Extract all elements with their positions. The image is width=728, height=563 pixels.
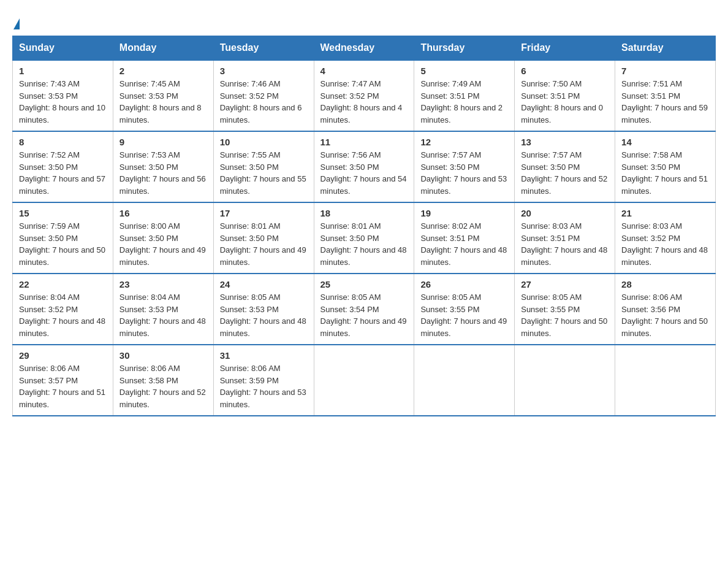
- calendar-cell: 16 Sunrise: 8:00 AM Sunset: 3:50 PM Dayl…: [113, 202, 213, 274]
- day-info: Sunrise: 8:05 AM Sunset: 3:55 PM Dayligh…: [420, 291, 508, 339]
- calendar-cell: 5 Sunrise: 7:49 AM Sunset: 3:51 PM Dayli…: [414, 60, 515, 131]
- day-info: Sunrise: 8:05 AM Sunset: 3:53 PM Dayligh…: [220, 291, 308, 339]
- day-number: 13: [521, 137, 609, 147]
- calendar-cell: 2 Sunrise: 7:45 AM Sunset: 3:53 PM Dayli…: [113, 60, 213, 131]
- calendar-week-row: 8 Sunrise: 7:52 AM Sunset: 3:50 PM Dayli…: [13, 131, 716, 202]
- day-number: 9: [119, 137, 207, 147]
- calendar-cell: 30 Sunrise: 8:06 AM Sunset: 3:58 PM Dayl…: [113, 345, 213, 416]
- calendar-week-row: 22 Sunrise: 8:04 AM Sunset: 3:52 PM Dayl…: [13, 274, 716, 345]
- calendar-cell: [515, 345, 615, 416]
- day-number: 25: [320, 279, 408, 289]
- calendar-header-tuesday: Tuesday: [213, 36, 314, 61]
- page-header: [12, 12, 716, 29]
- day-number: 12: [420, 137, 508, 147]
- calendar-header-saturday: Saturday: [615, 36, 716, 61]
- day-info: Sunrise: 8:06 AM Sunset: 3:58 PM Dayligh…: [119, 362, 207, 410]
- calendar-cell: 31 Sunrise: 8:06 AM Sunset: 3:59 PM Dayl…: [213, 345, 314, 416]
- day-info: Sunrise: 8:03 AM Sunset: 3:52 PM Dayligh…: [621, 220, 709, 268]
- day-info: Sunrise: 7:43 AM Sunset: 3:53 PM Dayligh…: [19, 78, 107, 126]
- day-number: 20: [521, 208, 609, 218]
- day-number: 3: [220, 66, 308, 76]
- day-number: 26: [420, 279, 508, 289]
- day-number: 6: [521, 66, 609, 76]
- day-number: 21: [621, 208, 709, 218]
- day-info: Sunrise: 7:57 AM Sunset: 3:50 PM Dayligh…: [521, 149, 609, 197]
- day-number: 10: [220, 137, 308, 147]
- calendar-cell: 27 Sunrise: 8:05 AM Sunset: 3:55 PM Dayl…: [515, 274, 615, 345]
- calendar-cell: 26 Sunrise: 8:05 AM Sunset: 3:55 PM Dayl…: [414, 274, 515, 345]
- day-number: 19: [420, 208, 508, 218]
- day-info: Sunrise: 8:00 AM Sunset: 3:50 PM Dayligh…: [119, 220, 207, 268]
- calendar-week-row: 1 Sunrise: 7:43 AM Sunset: 3:53 PM Dayli…: [13, 60, 716, 131]
- day-number: 23: [119, 279, 207, 289]
- calendar-cell: [314, 345, 414, 416]
- calendar-cell: 3 Sunrise: 7:46 AM Sunset: 3:52 PM Dayli…: [213, 60, 314, 131]
- calendar-week-row: 29 Sunrise: 8:06 AM Sunset: 3:57 PM Dayl…: [13, 345, 716, 416]
- calendar-cell: 8 Sunrise: 7:52 AM Sunset: 3:50 PM Dayli…: [13, 131, 113, 202]
- calendar-cell: 28 Sunrise: 8:06 AM Sunset: 3:56 PM Dayl…: [615, 274, 716, 345]
- calendar-cell: 14 Sunrise: 7:58 AM Sunset: 3:50 PM Dayl…: [615, 131, 716, 202]
- day-info: Sunrise: 7:55 AM Sunset: 3:50 PM Dayligh…: [220, 149, 308, 197]
- day-number: 29: [19, 350, 107, 361]
- day-info: Sunrise: 8:01 AM Sunset: 3:50 PM Dayligh…: [220, 220, 308, 268]
- day-info: Sunrise: 7:49 AM Sunset: 3:51 PM Dayligh…: [420, 78, 508, 126]
- day-info: Sunrise: 7:47 AM Sunset: 3:52 PM Dayligh…: [320, 78, 408, 126]
- day-number: 5: [420, 66, 508, 76]
- calendar-header-friday: Friday: [515, 36, 615, 61]
- calendar-header-wednesday: Wednesday: [314, 36, 414, 61]
- day-info: Sunrise: 8:06 AM Sunset: 3:59 PM Dayligh…: [220, 362, 308, 410]
- calendar-cell: [615, 345, 716, 416]
- day-info: Sunrise: 8:06 AM Sunset: 3:57 PM Dayligh…: [19, 362, 107, 410]
- calendar-cell: 12 Sunrise: 7:57 AM Sunset: 3:50 PM Dayl…: [414, 131, 515, 202]
- day-info: Sunrise: 7:45 AM Sunset: 3:53 PM Dayligh…: [119, 78, 207, 126]
- day-info: Sunrise: 8:01 AM Sunset: 3:50 PM Dayligh…: [320, 220, 408, 268]
- day-number: 11: [320, 137, 408, 147]
- day-info: Sunrise: 8:06 AM Sunset: 3:56 PM Dayligh…: [621, 291, 709, 339]
- calendar-cell: 17 Sunrise: 8:01 AM Sunset: 3:50 PM Dayl…: [213, 202, 314, 274]
- calendar-cell: 19 Sunrise: 8:02 AM Sunset: 3:51 PM Dayl…: [414, 202, 515, 274]
- day-info: Sunrise: 7:52 AM Sunset: 3:50 PM Dayligh…: [19, 149, 107, 197]
- day-info: Sunrise: 8:04 AM Sunset: 3:53 PM Dayligh…: [119, 291, 207, 339]
- day-info: Sunrise: 7:57 AM Sunset: 3:50 PM Dayligh…: [420, 149, 508, 197]
- calendar-cell: 15 Sunrise: 7:59 AM Sunset: 3:50 PM Dayl…: [13, 202, 113, 274]
- day-info: Sunrise: 8:05 AM Sunset: 3:54 PM Dayligh…: [320, 291, 408, 339]
- calendar-week-row: 15 Sunrise: 7:59 AM Sunset: 3:50 PM Dayl…: [13, 202, 716, 274]
- day-info: Sunrise: 7:59 AM Sunset: 3:50 PM Dayligh…: [19, 220, 107, 268]
- day-number: 8: [19, 137, 107, 147]
- day-info: Sunrise: 8:03 AM Sunset: 3:51 PM Dayligh…: [521, 220, 609, 268]
- calendar-cell: [414, 345, 515, 416]
- calendar-header-thursday: Thursday: [414, 36, 515, 61]
- day-info: Sunrise: 7:50 AM Sunset: 3:51 PM Dayligh…: [521, 78, 609, 126]
- calendar-cell: 29 Sunrise: 8:06 AM Sunset: 3:57 PM Dayl…: [13, 345, 113, 416]
- day-number: 15: [19, 208, 107, 218]
- day-info: Sunrise: 8:05 AM Sunset: 3:55 PM Dayligh…: [521, 291, 609, 339]
- day-number: 17: [220, 208, 308, 218]
- day-number: 4: [320, 66, 408, 76]
- day-number: 27: [521, 279, 609, 289]
- day-info: Sunrise: 8:02 AM Sunset: 3:51 PM Dayligh…: [420, 220, 508, 268]
- day-number: 24: [220, 279, 308, 289]
- logo: [12, 12, 20, 29]
- logo-top: [12, 12, 20, 29]
- calendar-cell: 13 Sunrise: 7:57 AM Sunset: 3:50 PM Dayl…: [515, 131, 615, 202]
- calendar-cell: 10 Sunrise: 7:55 AM Sunset: 3:50 PM Dayl…: [213, 131, 314, 202]
- day-number: 30: [119, 350, 207, 361]
- calendar-cell: 25 Sunrise: 8:05 AM Sunset: 3:54 PM Dayl…: [314, 274, 414, 345]
- calendar-header-sunday: Sunday: [13, 36, 113, 61]
- logo-triangle-icon: [13, 18, 20, 29]
- day-number: 1: [19, 66, 107, 76]
- day-info: Sunrise: 7:56 AM Sunset: 3:50 PM Dayligh…: [320, 149, 408, 197]
- calendar-cell: 24 Sunrise: 8:05 AM Sunset: 3:53 PM Dayl…: [213, 274, 314, 345]
- calendar-cell: 21 Sunrise: 8:03 AM Sunset: 3:52 PM Dayl…: [615, 202, 716, 274]
- calendar-header-row: SundayMondayTuesdayWednesdayThursdayFrid…: [13, 36, 716, 61]
- day-number: 16: [119, 208, 207, 218]
- day-number: 31: [220, 350, 308, 361]
- calendar-cell: 1 Sunrise: 7:43 AM Sunset: 3:53 PM Dayli…: [13, 60, 113, 131]
- calendar-cell: 11 Sunrise: 7:56 AM Sunset: 3:50 PM Dayl…: [314, 131, 414, 202]
- day-number: 2: [119, 66, 207, 76]
- calendar-cell: 9 Sunrise: 7:53 AM Sunset: 3:50 PM Dayli…: [113, 131, 213, 202]
- day-number: 28: [621, 279, 709, 289]
- calendar-cell: 7 Sunrise: 7:51 AM Sunset: 3:51 PM Dayli…: [615, 60, 716, 131]
- day-number: 18: [320, 208, 408, 218]
- day-info: Sunrise: 8:04 AM Sunset: 3:52 PM Dayligh…: [19, 291, 107, 339]
